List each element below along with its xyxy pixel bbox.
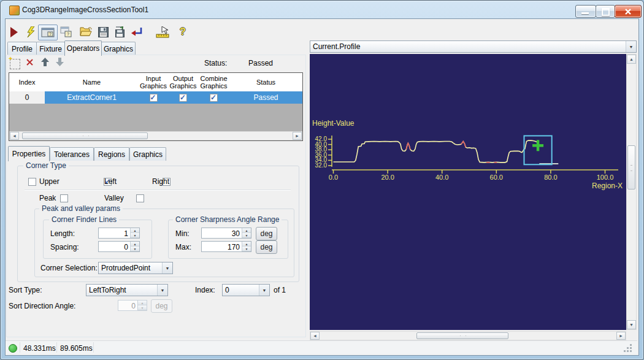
float-result-display-button[interactable]: ?	[59, 25, 74, 39]
spacing-spinner[interactable]: 0▲▼	[98, 241, 140, 252]
tab-fixture[interactable]: Fixture	[36, 42, 65, 55]
svg-text:?: ?	[67, 32, 69, 36]
tab-operators[interactable]: Operators	[64, 40, 102, 56]
arrow-up-icon	[40, 57, 50, 67]
group-divider	[25, 190, 291, 191]
window-title: Cog3DRangeImageCrossSectionTool1	[22, 6, 148, 14]
process-time: 48.331ms	[23, 344, 56, 353]
table-row[interactable]: 0 ExtractCorner1 Passed	[9, 91, 302, 104]
table-hscroll-thumb[interactable]	[22, 132, 148, 139]
display-vscrollbar[interactable]: ▲ ▼	[626, 54, 637, 330]
close-button[interactable]	[615, 5, 642, 18]
result-panel-icon: ?	[41, 28, 55, 38]
close-icon	[624, 8, 632, 15]
new-operator-button[interactable]: ✦	[10, 59, 20, 69]
chevron-down-icon: ▼	[162, 262, 172, 274]
of-count-label: of 1	[274, 286, 286, 294]
display-hscroll-thumb[interactable]	[416, 332, 508, 339]
sparkle-icon: ✦	[8, 55, 13, 62]
min-spinner[interactable]: 30▲▼	[201, 228, 251, 239]
right-label: Right	[152, 177, 169, 186]
display-selector-dropdown[interactable]: Current.Profile▼	[310, 40, 637, 53]
output-graphics-checkbox[interactable]	[179, 94, 187, 102]
y-tick-label: 32.0	[315, 162, 328, 169]
sort-type-dropdown[interactable]: LeftToRight▼	[86, 284, 168, 296]
upper-checkbox[interactable]	[28, 178, 36, 186]
maximize-button[interactable]	[596, 5, 615, 18]
help-button[interactable]: ?	[175, 25, 190, 39]
peak-valley-caption: Peak and valley params	[39, 204, 123, 213]
valley-checkbox[interactable]	[136, 194, 144, 202]
x-axis-title: Region-X	[592, 182, 623, 190]
peak-checkbox[interactable]	[60, 194, 68, 202]
scroll-left-icon[interactable]: ◄	[10, 132, 19, 140]
pointer-ruler-icon	[156, 26, 172, 38]
open-file-button[interactable]	[79, 25, 93, 39]
save-icon	[98, 27, 109, 37]
move-up-button[interactable]	[40, 57, 50, 69]
index-dropdown[interactable]: 0▼	[222, 284, 270, 296]
spin-down-icon: ▼	[242, 233, 251, 238]
display-vscroll-thumb[interactable]	[627, 145, 635, 190]
spin-down-icon: ▼	[138, 305, 147, 310]
x-tick-label: 40.0	[435, 174, 448, 181]
profile-display[interactable]: 42.040.038.036.034.032.00.020.040.060.08…	[310, 54, 626, 330]
col-header-output-graphics[interactable]: Output Graphics	[168, 73, 199, 92]
delete-operator-button[interactable]	[26, 58, 34, 69]
scroll-down-icon[interactable]: ▼	[627, 320, 636, 329]
table-hscrollbar[interactable]: ◄ ►	[9, 131, 302, 140]
min-deg-button[interactable]: deg	[256, 227, 277, 240]
spin-down-icon: ▼	[131, 247, 139, 251]
col-header-status[interactable]: Status	[229, 73, 302, 92]
reset-icon	[131, 26, 144, 37]
tab-regions[interactable]: Regions	[94, 147, 129, 161]
x-tick-label: 80.0	[544, 174, 557, 181]
save-file-button[interactable]	[96, 25, 110, 39]
open-folder-icon	[80, 27, 93, 37]
tab-graphics-sub[interactable]: Graphics	[129, 147, 166, 161]
reset-button[interactable]	[130, 25, 145, 39]
resize-grip-icon[interactable]	[624, 345, 632, 353]
minimize-icon	[581, 12, 589, 14]
scroll-left-icon[interactable]: ◄	[310, 332, 320, 340]
display-hscrollbar[interactable]: ◄ ►	[310, 331, 626, 340]
col-header-name[interactable]: Name	[45, 73, 139, 92]
y-axis-title: Height-Value	[312, 119, 355, 128]
length-spinner[interactable]: 1▲▼	[98, 228, 140, 239]
max-spinner[interactable]: 170▲▼	[201, 241, 251, 252]
tab-properties[interactable]: Properties	[8, 146, 50, 161]
lightning-icon	[26, 26, 36, 37]
measure-button[interactable]	[155, 25, 173, 39]
maximize-icon	[602, 8, 610, 16]
x-tick-label: 20.0	[381, 174, 394, 181]
input-graphics-checkbox[interactable]	[150, 94, 158, 102]
save-as-button[interactable]	[113, 25, 128, 39]
length-label: Length:	[50, 229, 75, 238]
show-result-display-button[interactable]: ?	[38, 25, 58, 40]
scroll-right-icon[interactable]: ►	[616, 332, 626, 340]
move-down-button[interactable]	[55, 57, 64, 69]
delete-icon	[26, 58, 34, 66]
minimize-button[interactable]	[575, 5, 596, 18]
max-deg-button[interactable]: deg	[256, 240, 277, 254]
sort-direction-label: Sort Direction Angle:	[9, 302, 75, 310]
combine-graphics-checkbox[interactable]	[210, 94, 218, 102]
max-label: Max:	[175, 243, 191, 251]
tab-tolerances[interactable]: Tolerances	[50, 147, 94, 161]
scroll-up-icon[interactable]: ▲	[627, 55, 636, 64]
tab-profile[interactable]: Profile	[7, 42, 37, 55]
tab-graphics[interactable]: Graphics	[101, 42, 136, 55]
status-label: Status:	[204, 59, 227, 67]
run-button[interactable]	[7, 25, 21, 39]
spin-up-icon: ▲	[242, 242, 251, 247]
direction-deg-button: deg	[151, 299, 172, 313]
application-window: { "window": { "title": "Cog3DRangeImageC…	[0, 0, 644, 360]
col-header-index[interactable]: Index	[9, 73, 45, 92]
scroll-right-icon[interactable]: ►	[293, 132, 302, 140]
corner-selection-dropdown[interactable]: ProtrudedPoint▼	[98, 262, 173, 274]
col-header-combine-graphics[interactable]: Combine Graphics	[198, 73, 230, 92]
chevron-down-icon: ▼	[259, 285, 269, 296]
trigger-button[interactable]	[23, 25, 38, 39]
col-header-input-graphics[interactable]: Input Graphics	[139, 73, 169, 92]
cell-combine-graphics	[198, 91, 229, 104]
